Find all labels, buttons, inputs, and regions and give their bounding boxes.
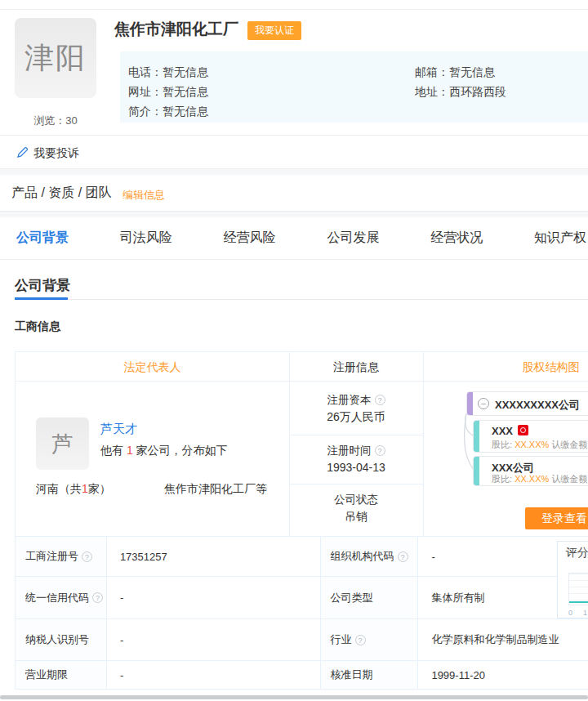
view-count: 浏览：30 <box>15 114 96 128</box>
address-value: 西环路西段 <box>449 85 506 98</box>
section-gap <box>0 169 588 175</box>
region-count: 1 <box>82 482 88 495</box>
help-icon[interactable]: ? <box>82 551 92 562</box>
reg-date-label: 注册时间? <box>289 444 423 458</box>
legal-rep-summary: 他有 1 家公司，分布如下 <box>100 444 228 458</box>
summary-suffix: 家公司，分布如下 <box>133 444 228 457</box>
reg-capital-value: 26万人民币 <box>289 410 423 425</box>
tab-operating-status[interactable]: 经营状况 <box>430 230 483 247</box>
intro-row: 简介：暂无信息 <box>128 105 208 119</box>
detail-value: - <box>107 619 321 660</box>
ratio-value: XX.XX% <box>514 440 549 449</box>
tab-operating-risk[interactable]: 经营风险 <box>224 230 276 247</box>
equity-child-node[interactable]: XXX公司 股比: XX.XX% 认缴金额: XX <box>473 456 588 486</box>
horizontal-scrollbar[interactable] <box>0 695 588 699</box>
email-row: 邮箱：暂无信息 <box>415 65 495 80</box>
section-title: 公司背景 <box>15 276 70 295</box>
root-node-bar <box>467 392 473 415</box>
section-active-underline <box>15 297 68 300</box>
complaint-link[interactable]: 我要投诉 <box>16 146 79 161</box>
legal-rep-company-ref[interactable]: 焦作市津阳化工厂等 <box>164 482 267 497</box>
address-row: 地址：西环路西段 <box>415 85 506 100</box>
page-title: 焦作市津阳化工厂 <box>114 19 238 40</box>
score-axis-tick: 0 <box>568 609 572 617</box>
detail-value: - <box>107 661 321 689</box>
header-legal-rep: 法定代表人 <box>16 352 289 382</box>
label-text: 组织机构代码 <box>331 549 394 564</box>
help-icon[interactable]: ? <box>398 551 408 562</box>
phone-label: 电话： <box>128 65 163 78</box>
ratio-label: 股比: <box>492 474 514 484</box>
table-row: 纳税人识别号 - 行业? 化学原料和化学制品制造业 <box>16 619 588 661</box>
registration-detail-table: 工商注册号? 17351257 组织机构代码? - 统一信用代码? - 公司类型… <box>15 536 588 690</box>
header-equity: 股权结构图 <box>423 352 588 382</box>
help-icon[interactable]: ? <box>375 445 385 456</box>
website-row: 网址：暂无信息 <box>128 85 208 100</box>
help-icon[interactable]: ? <box>355 635 366 645</box>
intro-label: 简介： <box>128 105 163 118</box>
subsection-title: 工商信息 <box>15 319 60 334</box>
section-gap <box>0 212 588 217</box>
child-node-detail: 股比: XX.XX% 认缴金额: XX <box>492 473 588 485</box>
amount-label: 认缴金额: <box>549 440 588 449</box>
score-axis-tick: 1 <box>583 609 587 617</box>
phone-row: 电话：暂无信息 <box>128 65 208 80</box>
tab-intellectual-property[interactable]: 知识产权 <box>534 230 586 247</box>
help-icon[interactable]: ? <box>92 592 103 603</box>
address-label: 地址： <box>415 85 449 98</box>
tab-judicial-risk[interactable]: 司法风险 <box>120 230 172 247</box>
label-text: 营业期限 <box>25 668 68 682</box>
top-divider <box>0 9 588 10</box>
contact-info-box: 电话：暂无信息 网址：暂无信息 简介：暂无信息 邮箱：暂无信息 地址：西环路西段 <box>120 51 588 123</box>
table-hline <box>289 435 423 435</box>
detail-label: 统一信用代码? <box>16 577 107 618</box>
child-node-detail: 股比: XX.XX% 认缴金额: XX <box>492 439 588 451</box>
pen-icon <box>16 146 29 159</box>
tab-company-development[interactable]: 公司发展 <box>327 230 379 247</box>
business-info-table: 法定代表人 注册信息 股权结构图 芦 芦天才 他有 1 家公司，分布如下 河南（… <box>15 351 588 536</box>
certify-badge-button[interactable]: 我要认证 <box>247 21 301 40</box>
email-value: 暂无信息 <box>449 65 495 78</box>
score-title: 评分 <box>566 546 588 560</box>
company-profile-page: 津阳 浏览：30 焦作市津阳化工厂 我要认证 电话：暂无信息 网址：暂无信息 简… <box>0 0 588 701</box>
equity-root-node[interactable]: − XXXXXXXXX公司 <box>466 391 588 416</box>
label-text: 工商注册号 <box>25 549 78 564</box>
reg-status-label: 公司状态 <box>289 493 423 507</box>
detail-label: 工商注册号? <box>16 537 107 576</box>
region-prefix: 河南（共 <box>36 482 82 495</box>
legal-rep-name-link[interactable]: 芦天才 <box>100 422 137 437</box>
help-icon[interactable]: ? <box>375 395 385 405</box>
edit-info-link[interactable]: 编辑信息 <box>122 188 165 203</box>
collapse-minus-icon[interactable]: − <box>478 398 489 409</box>
intro-value: 暂无信息 <box>163 105 208 118</box>
legal-rep-region: 河南（共1家） <box>36 482 111 497</box>
divider <box>0 135 588 136</box>
detail-value: - <box>107 577 321 618</box>
reg-status-value: 吊销 <box>289 510 423 525</box>
section-underline <box>15 299 588 300</box>
ratio-value: XX.XX% <box>514 474 549 484</box>
child-node-bar <box>474 421 479 452</box>
complaint-label: 我要投诉 <box>33 146 79 159</box>
table-row: 工商注册号? 17351257 组织机构代码? - <box>16 537 588 577</box>
label-text: 公司类型 <box>331 591 373 605</box>
detail-value: 17351257 <box>107 537 321 576</box>
score-panel: 评分 0 1 <box>557 541 588 618</box>
reg-date-value: 1993-04-13 <box>289 461 423 474</box>
email-label: 邮箱： <box>415 65 449 78</box>
summary-count: 1 <box>127 444 133 457</box>
score-chart-line <box>569 601 588 603</box>
label-text: 行业 <box>331 632 352 647</box>
score-mini-chart <box>568 573 588 605</box>
label-text: 统一信用代码 <box>25 591 89 605</box>
login-to-view-button[interactable]: 登录查看 <box>525 507 588 529</box>
legal-rep-avatar: 芦 <box>36 417 89 470</box>
website-label: 网址： <box>128 85 163 98</box>
reg-capital-label: 注册资本? <box>289 393 423 408</box>
company-logo: 津阳 <box>15 18 96 98</box>
table-row: 营业期限 - 核准日期 1999-11-20 <box>16 661 588 690</box>
equity-child-node[interactable]: XXX 股比: XX.XX% 认缴金额: XX <box>473 420 588 453</box>
tab-company-background[interactable]: 公司背景 <box>16 230 69 247</box>
label-text: 注册时间 <box>327 444 372 457</box>
detail-label: 纳税人识别号 <box>16 619 107 660</box>
